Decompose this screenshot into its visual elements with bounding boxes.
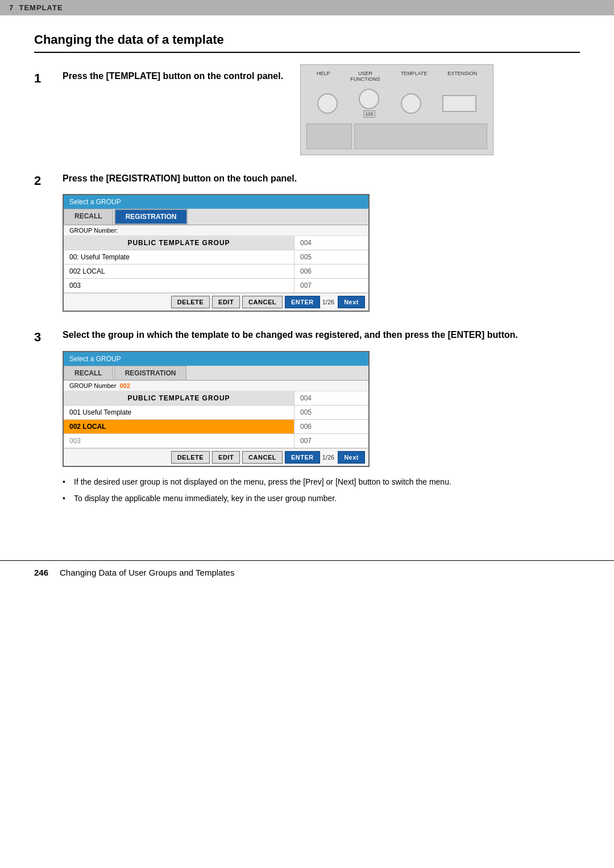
tp2-tab-registration[interactable]: REGISTRATION bbox=[114, 209, 188, 225]
delete-button-2[interactable]: DELETE bbox=[171, 296, 210, 308]
tp2-tabs: RECALL REGISTRATION bbox=[64, 209, 368, 225]
tp3-row2-right: 005 bbox=[294, 406, 368, 419]
tp3-row3-left[interactable]: 002 LOCAL bbox=[64, 420, 294, 433]
tp3-header: Select a GROUP bbox=[64, 352, 368, 366]
main-content: Changing the data of a template 1 Press … bbox=[0, 15, 614, 549]
tp2-tab-recall[interactable]: RECALL bbox=[64, 209, 113, 225]
tp3-row2-left: 001 Useful Template bbox=[64, 406, 294, 419]
cancel-button-3[interactable]: CANCEL bbox=[242, 451, 283, 464]
tp3-row1-left: PUBLIC TEMPLATE GROUP bbox=[64, 391, 294, 405]
page-info-2: 1/26 bbox=[322, 299, 334, 305]
panel-lower-left bbox=[306, 123, 352, 149]
tp3-group-number-row: GROUP Number 002 bbox=[64, 381, 368, 391]
tp2-row2-left: 00: Useful Template bbox=[64, 250, 294, 264]
step-3-content: Select the group in which the template t… bbox=[63, 329, 518, 466]
tp3-rows: PUBLIC TEMPLATE GROUP 004 001 Useful Tem… bbox=[64, 391, 368, 448]
section-title: Changing the data of a template bbox=[34, 32, 580, 53]
step-2-text: Press the [REGISTRATION] button on the t… bbox=[63, 172, 370, 185]
step-1-number: 1 bbox=[34, 71, 57, 86]
template-button[interactable] bbox=[401, 93, 421, 114]
next-button-3[interactable]: Next bbox=[338, 451, 365, 464]
tp3-row4-right: 007 bbox=[294, 434, 368, 448]
tp2-row4-left: 003 bbox=[64, 279, 294, 292]
table-row: 001 Useful Template 005 bbox=[64, 406, 368, 420]
extension-button[interactable] bbox=[442, 95, 476, 112]
tp3-tab-registration[interactable]: REGISTRATION bbox=[114, 366, 187, 380]
tp2-row2-right: 005 bbox=[294, 250, 368, 264]
tp2-row4-right: 007 bbox=[294, 279, 368, 292]
tp2-rows: PUBLIC TEMPLATE GROUP 004 00: Useful Tem… bbox=[64, 236, 368, 293]
bullet-item-1: • If the desired user group is not displ… bbox=[63, 476, 451, 488]
tp2-row3-right: 006 bbox=[294, 264, 368, 278]
edit-button-3[interactable]: EDIT bbox=[212, 451, 240, 464]
tp3-row1-right: 004 bbox=[294, 391, 368, 405]
enter-button-3[interactable]: ENTER bbox=[285, 451, 320, 464]
tp2-row3-left: 002 LOCAL bbox=[64, 264, 294, 278]
next-button-2[interactable]: Next bbox=[338, 296, 365, 308]
enter-button-2[interactable]: ENTER bbox=[285, 296, 320, 308]
table-row: 00: Useful Template 005 bbox=[64, 250, 368, 264]
header-section: 7 TEMPLATE bbox=[9, 3, 63, 12]
help-button[interactable] bbox=[317, 93, 338, 114]
tp3-tab-recall[interactable]: RECALL bbox=[64, 366, 113, 380]
step-1: 1 Press the [TEMPLATE] button on the con… bbox=[34, 70, 580, 155]
control-panel-illustration: HELP USERFUNCTIONS TEMPLATE EXTENSION 12… bbox=[300, 64, 493, 155]
tp3-footer: DELETE EDIT CANCEL ENTER 1/26 Next bbox=[64, 448, 368, 466]
page-footer: 246 Changing Data of User Groups and Tem… bbox=[0, 560, 614, 584]
page-info-3: 1/26 bbox=[322, 454, 334, 461]
step-2-number: 2 bbox=[34, 173, 57, 188]
bullet-item-2: • To display the applicable menu immedia… bbox=[63, 493, 451, 505]
table-row: PUBLIC TEMPLATE GROUP 004 bbox=[64, 391, 368, 406]
touch-panel-3: Select a GROUP RECALL REGISTRATION GROUP… bbox=[63, 351, 370, 467]
panel-labels: HELP USERFUNCTIONS TEMPLATE EXTENSION bbox=[306, 71, 487, 82]
panel-lower bbox=[306, 123, 487, 149]
table-row: PUBLIC TEMPLATE GROUP 004 bbox=[64, 236, 368, 250]
step-3-text: Select the group in which the template t… bbox=[63, 329, 518, 341]
touch-panel-2: Select a GROUP RECALL REGISTRATION GROUP… bbox=[63, 194, 370, 312]
footer-text: Changing Data of User Groups and Templat… bbox=[60, 568, 234, 577]
edit-button-2[interactable]: EDIT bbox=[212, 296, 240, 308]
table-row: 003 007 bbox=[64, 279, 368, 293]
tp2-header: Select a GROUP bbox=[64, 195, 368, 209]
bullet-2-text: To display the applicable menu immediate… bbox=[74, 493, 337, 505]
delete-button-3[interactable]: DELETE bbox=[171, 451, 210, 464]
tp2-footer: DELETE EDIT CANCEL ENTER 1/26 Next bbox=[64, 293, 368, 311]
tp2-row1-left: PUBLIC TEMPLATE GROUP bbox=[64, 236, 294, 250]
step-3-number: 3 bbox=[34, 330, 57, 345]
step-1-text: Press the [TEMPLATE] button on the contr… bbox=[63, 70, 283, 82]
step-1-content: Press the [TEMPLATE] button on the contr… bbox=[63, 70, 580, 155]
bullets: • If the desired user group is not displ… bbox=[63, 476, 451, 509]
panel-buttons: 123 bbox=[306, 89, 487, 118]
tp2-group-number-row: GROUP Number: bbox=[64, 225, 368, 236]
tp3-group-number-val: 002 bbox=[119, 382, 130, 389]
tp3-row4-left: 003 bbox=[64, 434, 294, 448]
step-2: 2 Press the [REGISTRATION] button on the… bbox=[34, 172, 580, 312]
footer-page-number: 246 bbox=[34, 568, 48, 577]
table-row: 002 LOCAL 006 bbox=[64, 264, 368, 279]
panel-lower-right bbox=[354, 123, 487, 149]
cancel-button-2[interactable]: CANCEL bbox=[242, 296, 283, 308]
table-row: 003 007 bbox=[64, 434, 368, 448]
bullet-1-text: If the desired user group is not display… bbox=[74, 476, 451, 488]
step-2-content: Press the [REGISTRATION] button on the t… bbox=[63, 172, 370, 312]
step-3: 3 Select the group in which the template… bbox=[34, 329, 580, 509]
tp3-tabs: RECALL REGISTRATION bbox=[64, 366, 368, 381]
tp3-row3-right: 006 bbox=[294, 420, 368, 433]
header-bar: 7 TEMPLATE bbox=[0, 0, 614, 15]
user-functions-button[interactable] bbox=[359, 89, 379, 109]
table-row: 002 LOCAL 006 bbox=[64, 420, 368, 434]
tp2-row1-right: 004 bbox=[294, 236, 368, 250]
